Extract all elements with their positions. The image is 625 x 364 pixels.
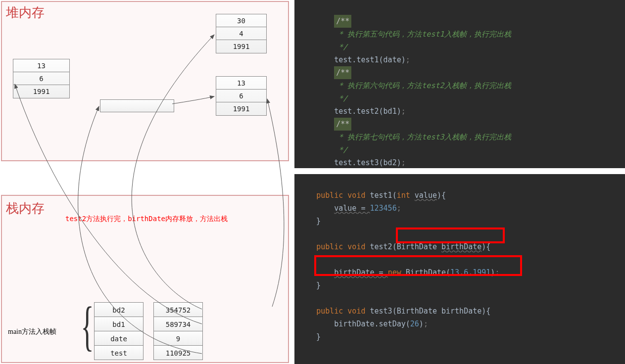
main-frame-label: main方法入栈帧 xyxy=(8,327,56,336)
diagram-panel: 堆内存 13 6 1991 30 4 1991 13 6 1991 栈内存 te… xyxy=(0,0,291,364)
stack-memory-box: 栈内存 test2方法执行完，birthDate内存释放，方法出栈 main方法… xyxy=(1,195,289,363)
stack-var-name: date xyxy=(94,331,144,346)
heap-title: 堆内存 xyxy=(6,4,45,21)
highlight-box-1 xyxy=(396,228,505,243)
stack-title: 栈内存 xyxy=(6,200,45,217)
heap-cell: 13 xyxy=(13,59,69,72)
heap-obj-2: 30 4 1991 xyxy=(216,14,267,53)
doc-end: */ xyxy=(298,145,347,154)
heap-cell xyxy=(100,100,174,113)
bracket-icon: { xyxy=(81,295,94,358)
heap-cell: 1991 xyxy=(216,40,266,53)
stack-note: test2方法执行完，birthDate内存释放，方法出栈 xyxy=(65,215,228,224)
heap-cell: 6 xyxy=(216,90,266,102)
heap-obj-4 xyxy=(100,99,174,112)
heap-obj-1: 13 6 1991 xyxy=(13,59,70,98)
stack-vars-names: bd2 bd1 date test xyxy=(94,303,144,360)
stack-var-addr: 110925 xyxy=(153,345,203,360)
stack-vars-addr: 354752 589734 9 110925 xyxy=(153,303,203,360)
highlight-box-2 xyxy=(314,255,522,276)
stack-var-addr: 354752 xyxy=(153,302,203,317)
heap-cell: 1991 xyxy=(13,85,69,98)
code-panel: /** * 执行第五句代码，方法test1入栈帧，执行完出栈 */ test.t… xyxy=(294,0,625,364)
doc-end: */ xyxy=(298,94,347,103)
heap-memory-box: 堆内存 13 6 1991 30 4 1991 13 6 1991 xyxy=(1,1,289,161)
doc-marker: /** xyxy=(334,118,351,131)
heap-cell: 13 xyxy=(216,77,266,90)
stack-var-addr: 589734 xyxy=(153,317,203,331)
stack-var-addr: 9 xyxy=(153,331,203,346)
stack-var-name: bd2 xyxy=(94,302,144,317)
doc-end: */ xyxy=(298,43,347,51)
stack-var-name: test xyxy=(94,345,144,360)
heap-cell: 30 xyxy=(216,14,266,27)
doc-marker: /** xyxy=(334,66,351,79)
stack-var-name: bd1 xyxy=(94,317,144,331)
heap-obj-3: 13 6 1991 xyxy=(216,76,267,116)
heap-cell: 4 xyxy=(216,27,266,40)
heap-cell: 6 xyxy=(13,72,69,85)
doc-marker: /** xyxy=(334,15,351,28)
code-block-1: /** * 执行第五句代码，方法test1入栈帧，执行完出栈 */ test.t… xyxy=(294,0,625,168)
heap-cell: 1991 xyxy=(216,102,266,115)
